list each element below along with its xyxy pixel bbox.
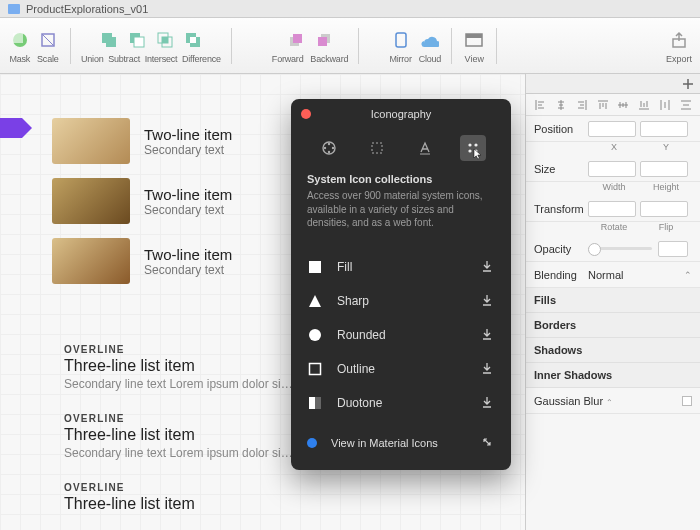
backward-button[interactable] [312, 28, 336, 52]
shadows-section[interactable]: Shadows [526, 338, 700, 363]
selection-tag [0, 118, 22, 138]
borders-section[interactable]: Borders [526, 313, 700, 338]
align-bottom-icon[interactable] [638, 99, 650, 111]
view-label: View [465, 54, 484, 64]
y-sublabel: Y [640, 142, 692, 152]
item-subtitle: Secondary text [144, 203, 232, 217]
difference-button[interactable] [181, 28, 205, 52]
add-panel-button[interactable] [526, 74, 700, 94]
forward-button[interactable] [284, 28, 308, 52]
fills-section[interactable]: Fills [526, 288, 700, 313]
svg-point-23 [332, 147, 334, 149]
item-subtitle: Secondary text [144, 263, 232, 277]
align-center-h-icon[interactable] [555, 99, 567, 111]
download-icon[interactable] [481, 362, 495, 376]
distribute-h-icon[interactable] [659, 99, 671, 111]
opacity-slider[interactable] [588, 247, 652, 250]
cloud-button[interactable] [417, 28, 441, 52]
size-label: Size [534, 163, 588, 175]
svg-point-24 [328, 151, 330, 153]
tab-shape[interactable] [364, 135, 390, 161]
tab-typography[interactable] [412, 135, 438, 161]
inner-shadows-section[interactable]: Inner Shadows [526, 363, 700, 388]
intersect-label: Intersect [145, 54, 178, 64]
two-line-list: Two-line item Secondary text Two-line it… [52, 118, 232, 298]
external-link-icon [481, 436, 495, 450]
distribute-v-icon[interactable] [680, 99, 692, 111]
height-field[interactable] [640, 161, 688, 177]
item-title: Two-line item [144, 246, 232, 263]
list-item[interactable]: Two-line item Secondary text [52, 178, 232, 224]
subtract-button[interactable] [125, 28, 149, 52]
blending-select[interactable]: Normal⌃ [588, 269, 692, 281]
overline: OVERLINE [64, 344, 324, 355]
align-left-icon[interactable] [534, 99, 546, 111]
list-item[interactable]: OVERLINE Three-line list item Secondary … [64, 413, 324, 460]
view-button[interactable] [462, 28, 486, 52]
union-button[interactable] [97, 28, 121, 52]
svg-rect-9 [162, 37, 168, 43]
mask-label: Mask [9, 54, 30, 64]
link-label: View in Material Icons [331, 437, 481, 449]
mirror-button[interactable] [389, 28, 413, 52]
download-icon[interactable] [481, 328, 495, 342]
list-item[interactable]: OVERLINE Three-line list item Secondary … [64, 344, 324, 391]
svg-rect-35 [309, 397, 315, 409]
gaussian-checkbox[interactable] [682, 396, 692, 406]
three-line-list: OVERLINE Three-line list item Secondary … [64, 344, 324, 530]
x-sublabel: X [588, 142, 640, 152]
opacity-field[interactable] [658, 241, 688, 257]
position-label: Position [534, 123, 588, 135]
icon-set-duotone[interactable]: Duotone [291, 386, 511, 420]
download-icon[interactable] [481, 260, 495, 274]
forward-label: Forward [272, 54, 304, 64]
svg-rect-16 [318, 37, 327, 46]
svg-rect-14 [293, 34, 302, 43]
panel-heading: System Icon collections [307, 173, 495, 185]
panel-header[interactable]: Iconography [291, 99, 511, 129]
tab-iconography[interactable] [460, 135, 486, 161]
tab-color[interactable] [316, 135, 342, 161]
list-item[interactable]: Two-line item Secondary text [52, 118, 232, 164]
intersect-button[interactable] [153, 28, 177, 52]
toolbar-label: Union Subtract Intersect Difference [81, 54, 221, 64]
align-right-icon[interactable] [576, 99, 588, 111]
download-icon[interactable] [481, 396, 495, 410]
inspector-panel: Position XY Size WidthHeight Transform R… [525, 74, 700, 530]
titlebar: ProductExplorations_v01 [0, 0, 700, 18]
scale-label: Scale [37, 54, 59, 64]
flip-field[interactable] [640, 201, 688, 217]
icon-set-outline[interactable]: Outline [291, 352, 511, 386]
width-field[interactable] [588, 161, 636, 177]
scale-button[interactable] [36, 28, 60, 52]
svg-point-29 [468, 149, 471, 152]
fill-icon [307, 259, 323, 275]
export-button[interactable] [667, 28, 691, 52]
width-sublabel: Width [588, 182, 640, 192]
rotate-field[interactable] [588, 201, 636, 217]
overline: OVERLINE [64, 482, 324, 493]
svg-point-25 [324, 147, 326, 149]
icon-set-sharp[interactable]: Sharp [291, 284, 511, 318]
backward-label: Backward [310, 54, 348, 64]
toolbar-label: Mirror Cloud [389, 54, 441, 64]
mask-button[interactable] [8, 28, 32, 52]
y-field[interactable] [640, 121, 688, 137]
download-icon[interactable] [481, 294, 495, 308]
align-top-icon[interactable] [597, 99, 609, 111]
subtract-label: Subtract [108, 54, 140, 64]
outline-icon [307, 361, 323, 377]
icon-set-name: Outline [337, 362, 481, 376]
x-field[interactable] [588, 121, 636, 137]
opacity-label: Opacity [534, 243, 588, 255]
iconography-panel[interactable]: Iconography System Icon collections Acce… [291, 99, 511, 470]
icon-set-fill[interactable]: Fill [291, 250, 511, 284]
list-item[interactable]: OVERLINE Three-line list item [64, 482, 324, 513]
svg-rect-12 [190, 37, 196, 43]
blending-value: Normal [588, 269, 623, 281]
view-material-icons-link[interactable]: View in Material Icons [291, 426, 511, 460]
list-item[interactable]: Two-line item Secondary text [52, 238, 232, 284]
align-center-v-icon[interactable] [617, 99, 629, 111]
icon-set-rounded[interactable]: Rounded [291, 318, 511, 352]
flip-sublabel: Flip [640, 222, 692, 232]
